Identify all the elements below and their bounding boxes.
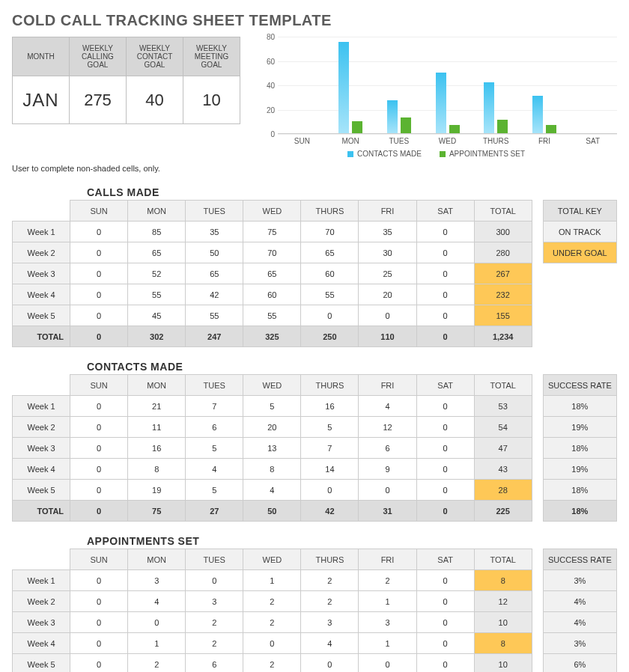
data-cell[interactable]: 14 — [301, 459, 359, 480]
data-cell[interactable]: 0 — [416, 305, 474, 326]
data-cell[interactable]: 8 — [243, 459, 301, 480]
data-cell[interactable]: 3 — [359, 612, 416, 633]
data-cell[interactable]: 20 — [359, 284, 416, 305]
data-cell[interactable]: 0 — [70, 438, 128, 459]
data-cell[interactable]: 13 — [243, 438, 301, 459]
data-cell[interactable]: 0 — [70, 396, 128, 417]
data-cell[interactable]: 4 — [128, 591, 186, 612]
data-cell[interactable]: 0 — [128, 612, 186, 633]
data-cell[interactable]: 0 — [359, 305, 416, 326]
data-cell[interactable]: 0 — [70, 417, 128, 438]
data-cell[interactable]: 0 — [70, 612, 128, 633]
data-cell[interactable]: 65 — [301, 242, 359, 263]
data-cell[interactable]: 3 — [128, 570, 186, 591]
data-cell[interactable]: 16 — [128, 438, 186, 459]
data-cell[interactable]: 0 — [416, 654, 474, 673]
data-cell[interactable]: 65 — [128, 242, 186, 263]
data-cell[interactable]: 65 — [186, 263, 243, 284]
data-cell[interactable]: 70 — [301, 222, 359, 242]
data-cell[interactable]: 55 — [301, 284, 359, 305]
data-cell[interactable]: 52 — [128, 263, 186, 284]
data-cell[interactable]: 0 — [416, 396, 474, 417]
data-cell[interactable]: 55 — [186, 305, 243, 326]
data-cell[interactable]: 16 — [301, 396, 359, 417]
data-cell[interactable]: 2 — [186, 633, 243, 654]
data-cell[interactable]: 0 — [416, 417, 474, 438]
data-cell[interactable]: 11 — [128, 417, 186, 438]
data-cell[interactable]: 55 — [128, 284, 186, 305]
data-cell[interactable]: 75 — [243, 222, 301, 242]
data-cell[interactable]: 0 — [70, 570, 128, 591]
data-cell[interactable]: 2 — [243, 591, 301, 612]
data-cell[interactable]: 0 — [359, 654, 416, 673]
data-cell[interactable]: 0 — [70, 459, 128, 480]
data-cell[interactable]: 0 — [416, 459, 474, 480]
data-cell[interactable]: 0 — [70, 284, 128, 305]
data-cell[interactable]: 0 — [70, 263, 128, 284]
data-cell[interactable]: 0 — [416, 633, 474, 654]
data-cell[interactable]: 25 — [359, 263, 416, 284]
goals-calling[interactable]: 275 — [70, 76, 127, 124]
data-cell[interactable]: 70 — [243, 242, 301, 263]
data-cell[interactable]: 9 — [359, 459, 416, 480]
data-cell[interactable]: 0 — [416, 612, 474, 633]
data-cell[interactable]: 21 — [128, 396, 186, 417]
goals-contact[interactable]: 40 — [127, 76, 183, 124]
data-cell[interactable]: 5 — [243, 396, 301, 417]
data-cell[interactable]: 2 — [186, 612, 243, 633]
data-cell[interactable]: 2 — [301, 570, 359, 591]
goals-month[interactable]: JAN — [13, 76, 70, 124]
data-cell[interactable]: 4 — [301, 633, 359, 654]
data-cell[interactable]: 0 — [70, 591, 128, 612]
data-cell[interactable]: 2 — [243, 612, 301, 633]
data-cell[interactable]: 1 — [359, 633, 416, 654]
data-cell[interactable]: 7 — [186, 396, 243, 417]
data-cell[interactable]: 35 — [359, 222, 416, 242]
data-cell[interactable]: 65 — [243, 263, 301, 284]
data-cell[interactable]: 42 — [186, 284, 243, 305]
data-cell[interactable]: 0 — [70, 480, 128, 501]
data-cell[interactable]: 12 — [359, 417, 416, 438]
data-cell[interactable]: 0 — [70, 222, 128, 242]
data-cell[interactable]: 2 — [128, 654, 186, 673]
data-cell[interactable]: 5 — [301, 417, 359, 438]
data-cell[interactable]: 0 — [301, 305, 359, 326]
data-cell[interactable]: 0 — [416, 263, 474, 284]
data-cell[interactable]: 7 — [301, 438, 359, 459]
data-cell[interactable]: 5 — [186, 438, 243, 459]
data-cell[interactable]: 50 — [186, 242, 243, 263]
data-cell[interactable]: 30 — [359, 242, 416, 263]
data-cell[interactable]: 1 — [359, 591, 416, 612]
data-cell[interactable]: 85 — [128, 222, 186, 242]
data-cell[interactable]: 55 — [243, 305, 301, 326]
data-cell[interactable]: 0 — [416, 570, 474, 591]
data-cell[interactable]: 45 — [128, 305, 186, 326]
data-cell[interactable]: 0 — [416, 222, 474, 242]
data-cell[interactable]: 2 — [243, 654, 301, 673]
data-cell[interactable]: 0 — [70, 305, 128, 326]
data-cell[interactable]: 60 — [243, 284, 301, 305]
data-cell[interactable]: 0 — [70, 654, 128, 673]
data-cell[interactable]: 2 — [301, 591, 359, 612]
data-cell[interactable]: 3 — [301, 612, 359, 633]
data-cell[interactable]: 0 — [416, 480, 474, 501]
data-cell[interactable]: 60 — [301, 263, 359, 284]
data-cell[interactable]: 0 — [301, 480, 359, 501]
data-cell[interactable]: 8 — [128, 459, 186, 480]
data-cell[interactable]: 0 — [416, 242, 474, 263]
data-cell[interactable]: 2 — [359, 570, 416, 591]
data-cell[interactable]: 6 — [359, 438, 416, 459]
data-cell[interactable]: 0 — [186, 570, 243, 591]
data-cell[interactable]: 0 — [416, 438, 474, 459]
goals-meeting[interactable]: 10 — [183, 76, 240, 124]
data-cell[interactable]: 0 — [301, 654, 359, 673]
data-cell[interactable]: 5 — [186, 480, 243, 501]
data-cell[interactable]: 0 — [243, 633, 301, 654]
data-cell[interactable]: 3 — [186, 591, 243, 612]
data-cell[interactable]: 4 — [359, 396, 416, 417]
data-cell[interactable]: 19 — [128, 480, 186, 501]
data-cell[interactable]: 1 — [128, 633, 186, 654]
data-cell[interactable]: 20 — [243, 417, 301, 438]
data-cell[interactable]: 4 — [186, 459, 243, 480]
data-cell[interactable]: 35 — [186, 222, 243, 242]
